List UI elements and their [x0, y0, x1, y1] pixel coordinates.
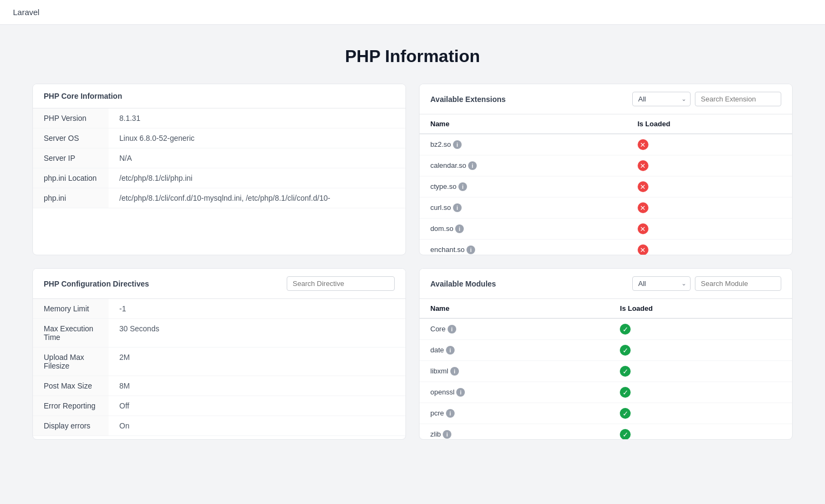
modules-title: Available Modules — [430, 280, 496, 288]
info-icon[interactable]: i — [468, 161, 477, 170]
info-icon[interactable]: i — [455, 224, 464, 233]
table-row: Error Reporting Off — [33, 396, 405, 416]
table-row: ctype.so i ✕ — [420, 176, 792, 197]
ext-name: bz2.so i — [420, 134, 627, 155]
table-row: libxml i ✓ — [420, 361, 792, 382]
row-value: N/A — [109, 148, 405, 168]
row-value: /etc/php/8.1/cli/php.ini — [109, 168, 405, 188]
row-label: php.ini Location — [33, 168, 109, 188]
table-row: date i ✓ — [420, 340, 792, 361]
loaded-icon: ✓ — [620, 366, 631, 377]
table-row: php.ini /etc/php/8.1/cli/conf.d/10-mysql… — [33, 188, 405, 208]
info-icon[interactable]: i — [453, 203, 462, 212]
table-row: PHP Version 8.1.31 — [33, 108, 405, 128]
modules-controls: All Loaded Not Loaded ⌄ — [632, 276, 781, 291]
info-icon[interactable]: i — [446, 409, 455, 418]
info-icon[interactable]: i — [456, 388, 465, 397]
not-loaded-icon: ✕ — [638, 139, 648, 150]
extensions-table-container: Name Is Loaded bz2.so i ✕ calendar.so i … — [420, 114, 792, 255]
ext-name: curl.so i — [420, 197, 627, 219]
extensions-filter-select[interactable]: All Loaded Not Loaded — [632, 92, 691, 106]
extensions-col-name: Name — [420, 114, 627, 134]
extensions-filter-wrapper: All Loaded Not Loaded ⌄ — [632, 92, 691, 106]
module-name: Core i — [420, 318, 609, 340]
info-icon[interactable]: i — [443, 430, 451, 439]
table-row: curl.so i ✕ — [420, 197, 792, 219]
table-row: php.ini Location /etc/php/8.1/cli/php.in… — [33, 168, 405, 188]
table-row: zlib i ✓ — [420, 424, 792, 440]
modules-filter-select[interactable]: All Loaded Not Loaded — [632, 276, 691, 291]
loaded-icon: ✓ — [620, 429, 631, 439]
extensions-card: Available Extensions All Loaded Not Load… — [419, 84, 793, 255]
php-core-title: PHP Core Information — [44, 92, 122, 100]
directives-card: PHP Configuration Directives Memory Limi… — [32, 268, 406, 440]
loaded-icon: ✓ — [620, 345, 631, 356]
loaded-icon: ✓ — [620, 387, 631, 398]
table-row: dom.so i ✕ — [420, 219, 792, 240]
ext-loaded: ✕ — [627, 176, 792, 197]
info-icon[interactable]: i — [453, 140, 462, 149]
info-icon[interactable]: i — [450, 367, 459, 376]
directive-value: Off — [109, 396, 405, 416]
table-row: Memory Limit -1 — [33, 299, 405, 319]
directive-label: Memory Limit — [33, 299, 109, 319]
ext-loaded: ✕ — [627, 155, 792, 176]
modules-search-input[interactable] — [695, 276, 781, 291]
table-row: Display errors On — [33, 416, 405, 436]
php-core-table: PHP Version 8.1.31 Server OS Linux 6.8.0… — [33, 108, 405, 208]
module-loaded: ✓ — [609, 424, 792, 440]
table-row: openssl i ✓ — [420, 382, 792, 403]
bottom-row: PHP Configuration Directives Memory Limi… — [32, 268, 793, 440]
table-row: enchant.so i ✕ — [420, 240, 792, 255]
directive-label: Display errors — [33, 416, 109, 436]
php-core-table-container: PHP Version 8.1.31 Server OS Linux 6.8.0… — [33, 108, 405, 208]
info-icon[interactable]: i — [448, 325, 456, 333]
directives-table: Memory Limit -1 Max Execution Time 30 Se… — [33, 299, 405, 436]
info-icon[interactable]: i — [446, 346, 455, 355]
module-loaded: ✓ — [609, 403, 792, 424]
directives-title: PHP Configuration Directives — [44, 280, 149, 288]
extensions-search-input[interactable] — [695, 92, 781, 106]
not-loaded-icon: ✕ — [638, 202, 648, 213]
ext-loaded: ✕ — [627, 219, 792, 240]
table-row: Core i ✓ — [420, 318, 792, 340]
table-row: Post Max Size 8M — [33, 376, 405, 396]
directive-label: Error Reporting — [33, 396, 109, 416]
main-content: PHP Information PHP Core Information PHP… — [0, 25, 825, 461]
top-row: PHP Core Information PHP Version 8.1.31 … — [32, 84, 793, 255]
row-label: php.ini — [33, 188, 109, 208]
table-row: pcre i ✓ — [420, 403, 792, 424]
module-loaded: ✓ — [609, 340, 792, 361]
directives-table-container: Memory Limit -1 Max Execution Time 30 Se… — [33, 299, 405, 436]
extensions-controls: All Loaded Not Loaded ⌄ — [632, 92, 781, 106]
info-icon[interactable]: i — [458, 182, 467, 191]
directive-label: Post Max Size — [33, 376, 109, 396]
directive-value: 30 Seconds — [109, 319, 405, 348]
directive-value: 2M — [109, 348, 405, 376]
table-row: Server OS Linux 6.8.0-52-generic — [33, 128, 405, 148]
extensions-title: Available Extensions — [430, 95, 506, 104]
info-icon[interactable]: i — [466, 246, 475, 254]
directives-search-input[interactable] — [287, 276, 395, 291]
module-name: libxml i — [420, 361, 609, 382]
directive-value: -1 — [109, 299, 405, 319]
modules-filter-wrapper: All Loaded Not Loaded ⌄ — [632, 276, 691, 291]
loaded-icon: ✓ — [620, 324, 631, 335]
ext-name: enchant.so i — [420, 240, 627, 255]
not-loaded-icon: ✕ — [638, 181, 648, 192]
modules-col-name: Name — [420, 299, 609, 318]
not-loaded-icon: ✕ — [638, 223, 648, 234]
module-loaded: ✓ — [609, 318, 792, 340]
table-row: Max Execution Time 30 Seconds — [33, 319, 405, 348]
not-loaded-icon: ✕ — [638, 244, 648, 255]
module-name: pcre i — [420, 403, 609, 424]
ext-loaded: ✕ — [627, 240, 792, 255]
modules-card: Available Modules All Loaded Not Loaded … — [419, 268, 793, 440]
module-name: zlib i — [420, 424, 609, 440]
row-label: PHP Version — [33, 108, 109, 128]
ext-name: dom.so i — [420, 219, 627, 240]
row-value: Linux 6.8.0-52-generic — [109, 128, 405, 148]
modules-table: Name Is Loaded Core i ✓ date i ✓ libxml … — [420, 299, 792, 439]
module-name: openssl i — [420, 382, 609, 403]
loaded-icon: ✓ — [620, 408, 631, 419]
